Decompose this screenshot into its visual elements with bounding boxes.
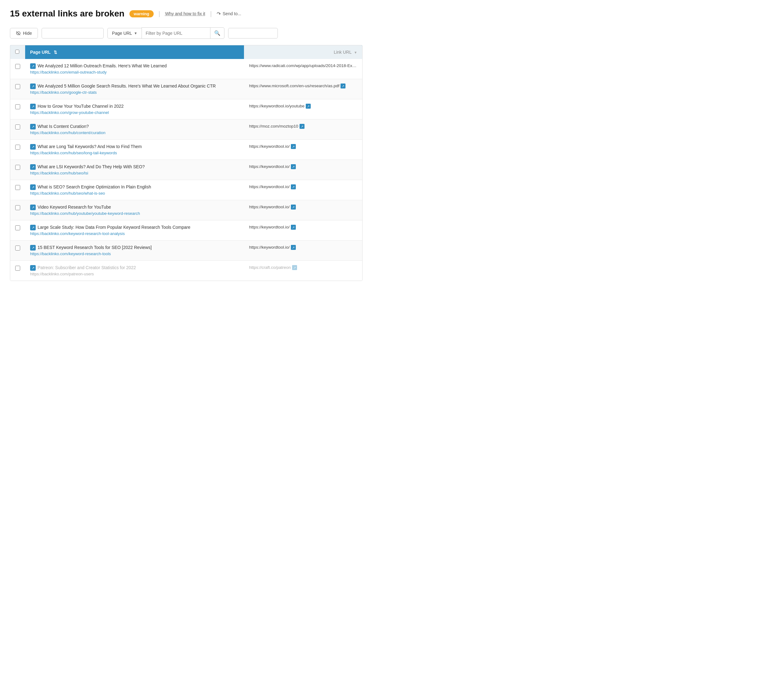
external-link-icon[interactable] <box>291 225 296 230</box>
page-title-text: What are Long Tail Keywords? And How to … <box>38 144 142 149</box>
link-url-cell: https://keywordtool.io/ <box>244 180 362 200</box>
page-icon <box>30 164 36 170</box>
page-url-cell: What Is Content Curation?https://backlin… <box>25 120 244 140</box>
link-url-text: https://keywordtool.io/ <box>249 164 290 169</box>
link-url-text: https://keywordtool.io/ <box>249 205 290 209</box>
external-link-icon[interactable] <box>291 184 296 189</box>
page-icon <box>30 63 36 69</box>
page-header: 15 external links are broken warning | W… <box>10 9 363 18</box>
link-url-text: https://keywordtool.io/ <box>249 245 290 250</box>
filter-search-button[interactable]: 🔍 <box>210 28 224 38</box>
header-divider: | <box>158 10 160 17</box>
row-checkbox[interactable] <box>15 205 20 210</box>
row-checkbox[interactable] <box>15 225 20 230</box>
page-url-cell: We Analyzed 5 Million Google Search Resu… <box>25 79 244 99</box>
link-url-cell: https://keywordtool.io/ <box>244 240 362 261</box>
table-row: What is SEO? Search Engine Optimization … <box>10 180 362 200</box>
table-row: Video Keyword Research for YouTubehttps:… <box>10 200 362 220</box>
page-title-text: Video Keyword Research for YouTube <box>38 205 111 210</box>
page-title-text: We Analyzed 12 Million Outreach Emails. … <box>38 63 167 68</box>
row-checkbox-cell <box>10 200 25 220</box>
row-checkbox[interactable] <box>15 64 20 69</box>
search-input[interactable] <box>42 28 104 38</box>
link-url-text: https://keywordtool.io/ <box>249 184 290 189</box>
page-url-cell: How to Grow Your YouTube Channel in 2022… <box>25 99 244 120</box>
filter-input-wrapper: 🔍 <box>142 27 225 39</box>
table-row: How to Grow Your YouTube Channel in 2022… <box>10 99 362 120</box>
row-checkbox[interactable] <box>15 125 20 130</box>
page-title-text: Patreon: Subscriber and Creator Statisti… <box>38 265 136 270</box>
link-url-text: https://www.radicati.com/wp/app/uploads/… <box>249 63 362 68</box>
send-to-button[interactable]: ↷ Send to... <box>216 11 241 17</box>
filter-input[interactable] <box>142 28 210 38</box>
row-checkbox[interactable] <box>15 266 20 271</box>
row-checkbox-cell <box>10 220 25 240</box>
page-url-link[interactable]: https://backlinko.com/keyword-research-t… <box>30 252 239 256</box>
page-icon <box>30 124 36 130</box>
filter-dropdown: Page URL ▼ 🔍 <box>107 27 225 39</box>
row-checkbox-cell <box>10 261 25 281</box>
why-fix-link[interactable]: Why and how to fix it <box>165 11 205 16</box>
table-row: Patreon: Subscriber and Creator Statisti… <box>10 261 362 281</box>
row-checkbox[interactable] <box>15 165 20 170</box>
link-url-column-header: Link URL ▼ <box>244 45 362 59</box>
link-url-text: https://craft.co/patreon <box>249 265 291 270</box>
page-icon <box>30 144 36 150</box>
chevron-down-icon: ▼ <box>134 32 137 35</box>
extra-filter-input[interactable] <box>228 28 278 38</box>
row-checkbox[interactable] <box>15 104 20 109</box>
row-checkbox[interactable] <box>15 145 20 150</box>
row-checkbox-cell <box>10 59 25 79</box>
page-icon <box>30 245 36 250</box>
link-url-cell: https://keywordtool.io/ <box>244 140 362 160</box>
row-checkbox[interactable] <box>15 185 20 190</box>
send-arrow-icon: ↷ <box>216 11 221 17</box>
toolbar: Hide Page URL ▼ 🔍 <box>10 27 363 39</box>
send-to-label: Send to... <box>223 11 241 16</box>
external-link-icon[interactable] <box>306 104 311 108</box>
page-url-cell: What are Long Tail Keywords? And How to … <box>25 140 244 160</box>
page-icon <box>30 184 36 190</box>
page-url-link[interactable]: https://backlinko.com/hub/youtube/youtub… <box>30 211 239 216</box>
page-url-column-header: Page URL ⇅ <box>25 45 244 59</box>
table-row: We Analyzed 12 Million Outreach Emails. … <box>10 59 362 79</box>
page-url-link[interactable]: https://backlinko.com/google-ctr-stats <box>30 90 239 95</box>
link-url-cell: https://keywordtool.io/ <box>244 200 362 220</box>
select-all-checkbox[interactable] <box>15 50 19 54</box>
external-link-icon[interactable] <box>340 83 345 88</box>
external-link-icon[interactable] <box>291 144 296 149</box>
page-url-cell: Large Scale Study: How Data From Popular… <box>25 220 244 240</box>
sort-icon[interactable]: ⇅ <box>54 50 57 55</box>
page-url-link[interactable]: https://backlinko.com/grow-youtube-chann… <box>30 110 239 115</box>
table-row: What are LSI Keywords? And Do They Help … <box>10 160 362 180</box>
external-link-icon[interactable] <box>291 205 296 210</box>
page-url-link[interactable]: https://backlinko.com/patreon-users <box>30 272 239 276</box>
hide-button[interactable]: Hide <box>10 28 38 38</box>
page-url-link[interactable]: https://backlinko.com/keyword-research-t… <box>30 231 239 236</box>
page-url-link[interactable]: https://backlinko.com/hub/seo/long-tail-… <box>30 150 239 155</box>
link-url-text: https://keywordtool.io/ <box>249 225 290 229</box>
table-row: What are Long Tail Keywords? And How to … <box>10 140 362 160</box>
row-checkbox[interactable] <box>15 245 20 250</box>
row-checkbox-cell <box>10 160 25 180</box>
row-checkbox-cell <box>10 99 25 120</box>
page-url-link[interactable]: https://backlinko.com/hub/content/curati… <box>30 130 239 135</box>
page-url-link[interactable]: https://backlinko.com/hub/seo/lsi <box>30 171 239 175</box>
external-link-icon[interactable] <box>300 124 305 129</box>
page-url-cell: We Analyzed 12 Million Outreach Emails. … <box>25 59 244 79</box>
table-row: Large Scale Study: How Data From Popular… <box>10 220 362 240</box>
row-checkbox[interactable] <box>15 84 20 89</box>
page-url-cell: What are LSI Keywords? And Do They Help … <box>25 160 244 180</box>
dropdown-select[interactable]: Page URL ▼ <box>107 28 142 38</box>
page-title-text: We Analyzed 5 Million Google Search Resu… <box>38 83 216 88</box>
link-url-cell: https://keywordtool.io/ <box>244 220 362 240</box>
link-url-text: https://www.microsoft.com/en-us/research… <box>249 83 339 88</box>
external-link-icon[interactable] <box>291 164 296 169</box>
page-url-link[interactable]: https://backlinko.com/hub/seo/what-is-se… <box>30 191 239 195</box>
page-icon <box>30 83 36 89</box>
external-link-icon[interactable] <box>291 245 296 250</box>
page-url-link[interactable]: https://backlinko.com/email-outreach-stu… <box>30 70 239 75</box>
dropdown-label: Page URL <box>112 31 132 36</box>
select-all-header <box>10 45 25 59</box>
external-link-icon[interactable] <box>292 265 297 270</box>
